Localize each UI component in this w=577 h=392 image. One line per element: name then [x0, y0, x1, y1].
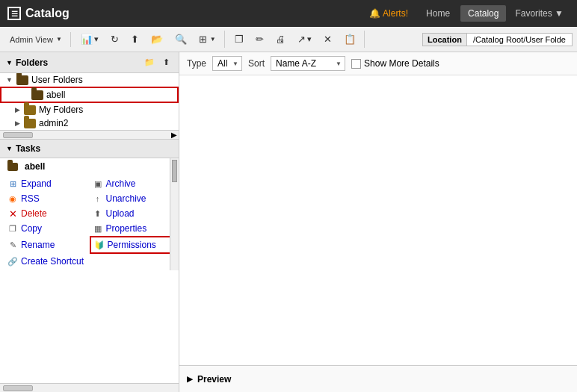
preview-triangle[interactable]: ▶ — [187, 375, 193, 383]
left-panel: ▼ Folders 📁 ⬆ ▼ User Folders — [0, 52, 179, 392]
admin2-expander: ▶ — [15, 119, 24, 127]
task-create-shortcut[interactable]: 🔗 Create Shortcut — [4, 254, 174, 269]
show-more-label[interactable]: Show More Details — [351, 58, 439, 69]
unarchive-icon: ↑ — [93, 193, 103, 204]
tasks-collapse-icon[interactable]: ▼ — [6, 145, 13, 152]
export-btn[interactable]: ↗▾ — [292, 31, 317, 48]
task-folder-label: abell — [0, 158, 179, 175]
my-folders-expander: ▶ — [15, 106, 24, 113]
abell-icon — [31, 90, 43, 100]
copy2-btn[interactable]: ❐ — [229, 31, 249, 48]
permissions-icon: 🔰 — [94, 240, 105, 250]
clipboard-icon: 📋 — [344, 34, 356, 45]
tasks-grid: ⊞ Expand ▣ Archive ◉ RSS ↑ — [0, 175, 179, 270]
task-rename[interactable]: ✎ Rename — [4, 236, 90, 254]
tree-item-user-folders[interactable]: ▼ User Folders — [0, 73, 179, 87]
show-more-checkbox[interactable] — [351, 59, 361, 69]
search-btn[interactable]: 🔍 — [170, 31, 192, 48]
user-folders-expander: ▼ — [6, 76, 15, 84]
task-folder-icon — [7, 163, 18, 171]
left-panel-scrollbar-thumb — [3, 385, 33, 391]
task-expand[interactable]: ⊞ Expand — [4, 176, 90, 191]
bar-chart-icon: 📊 — [81, 34, 93, 45]
folders-section: ▼ Folders 📁 ⬆ ▼ User Folders — [0, 52, 179, 140]
upload-toolbar-btn[interactable]: ⬆ — [126, 31, 144, 48]
left-panel-bottom-scrollbar[interactable] — [0, 383, 179, 392]
upload-icon: ⬆ — [93, 208, 103, 219]
link-icon: 🔗 — [7, 256, 18, 267]
tasks-section: ▼ Tasks abell ⊞ Expand ▣ — [0, 140, 179, 383]
upload-folder-btn[interactable]: ⬆ — [160, 56, 173, 69]
bar-chart-btn[interactable]: 📊▾ — [75, 31, 104, 48]
folders-h-scrollbar[interactable]: ▶ — [0, 130, 179, 139]
expand-icon: ⊞ — [7, 178, 18, 189]
toolbar: Admin View 📊▾ ↻ ⬆ 📂 🔍 ⊞ ❐ ✏ 🖨 — [0, 27, 577, 52]
new-folder-btn[interactable]: 📁 — [141, 56, 158, 69]
clipboard-btn[interactable]: 📋 — [339, 31, 361, 48]
my-folders-label: My Folders — [39, 105, 83, 115]
home-nav[interactable]: Home — [419, 5, 457, 22]
type-select[interactable]: All — [212, 56, 242, 71]
content-area — [179, 75, 577, 365]
task-copy-label: Copy — [21, 223, 42, 234]
edit-btn[interactable]: ✏ — [250, 31, 269, 48]
new-folder-icon: 📁 — [144, 57, 155, 67]
delete2-btn[interactable]: ✕ — [318, 31, 337, 48]
catalog-nav[interactable]: Catalog — [460, 5, 506, 22]
task-copy[interactable]: ❐ Copy — [4, 221, 90, 236]
favorites-nav[interactable]: Favorites ▼ — [509, 5, 570, 22]
task-properties-label: Properties — [106, 223, 147, 234]
tasks-content-wrapper: abell ⊞ Expand ▣ Archive ◉ — [0, 158, 179, 270]
task-delete-label: Delete — [21, 208, 47, 219]
archive-icon: ▣ — [93, 178, 103, 189]
filter-bar: Type All Sort Name A-Z Show More Details — [179, 52, 577, 75]
task-unarchive-label: Unarchive — [106, 193, 146, 204]
type-select-wrapper: All — [212, 56, 242, 71]
sort-select[interactable]: Name A-Z — [271, 56, 345, 71]
refresh-btn[interactable]: ↻ — [105, 31, 124, 48]
admin-view-btn[interactable]: Admin View — [4, 32, 67, 47]
tools-group: 📊▾ ↻ ⬆ 📂 🔍 ⊞ — [75, 31, 225, 48]
tasks-v-scrollbar[interactable] — [170, 158, 179, 270]
scroll-right-btn[interactable]: ▶ — [171, 131, 179, 139]
task-archive-label: Archive — [106, 178, 136, 189]
sort-filter-label: Sort — [248, 58, 265, 69]
refresh-icon: ↻ — [111, 34, 119, 45]
folder-open-btn[interactable]: 📂 — [146, 31, 168, 48]
copy2-icon: ❐ — [235, 34, 244, 45]
tree-item-abell[interactable]: abell — [0, 87, 179, 103]
tree-item-admin2[interactable]: ▶ admin2 — [0, 116, 179, 130]
properties-icon: ▦ — [93, 223, 103, 234]
upload-folder-icon: ⬆ — [163, 57, 170, 67]
tasks-header: ▼ Tasks — [0, 140, 179, 158]
task-upload[interactable]: ⬆ Upload — [90, 206, 175, 221]
folders-header: ▼ Folders 📁 ⬆ — [0, 52, 179, 73]
tasks-scrollbar-thumb — [172, 160, 177, 182]
task-unarchive[interactable]: ↑ Unarchive — [90, 191, 175, 206]
print-icon: 🖨 — [276, 34, 286, 45]
tree-item-my-folders[interactable]: ▶ My Folders — [0, 103, 179, 116]
task-create-shortcut-label: Create Shortcut — [21, 256, 84, 267]
print-btn[interactable]: 🖨 — [271, 31, 291, 48]
task-expand-label: Expand — [21, 178, 52, 189]
task-permissions[interactable]: 🔰 Permissions — [90, 236, 175, 254]
task-rss[interactable]: ◉ RSS — [4, 191, 90, 206]
task-properties[interactable]: ▦ Properties — [90, 221, 175, 236]
preview-section: ▶ Preview — [179, 365, 577, 392]
task-delete[interactable]: ✕ Delete — [4, 206, 90, 221]
delete-icon: ✕ — [7, 208, 18, 219]
view-group: Admin View — [4, 32, 71, 47]
folders-collapse-icon[interactable]: ▼ — [6, 59, 13, 66]
copy-icon: ❐ — [7, 223, 18, 234]
app-logo: ☰ Catalog — [7, 7, 70, 20]
alerts-nav[interactable]: 🔔 Alerts! — [362, 5, 416, 22]
task-permissions-label: Permissions — [108, 240, 156, 250]
folders-scrollbar-thumb — [3, 132, 33, 138]
show-more-text: Show More Details — [364, 58, 439, 69]
folders-header-right: 📁 ⬆ — [141, 56, 173, 69]
task-archive[interactable]: ▣ Archive — [90, 176, 175, 191]
grid-icon: ⊞ — [199, 34, 207, 45]
admin2-icon — [24, 119, 36, 128]
search-icon: 🔍 — [175, 34, 187, 45]
grid-view-btn[interactable]: ⊞ — [194, 31, 221, 48]
